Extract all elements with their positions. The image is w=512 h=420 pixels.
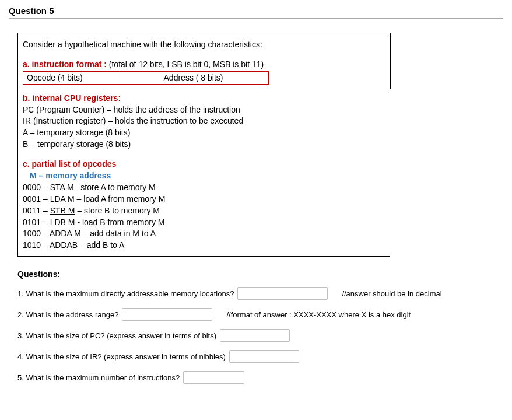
reg-line: IR (Instruction register) – holds the in…: [23, 116, 385, 127]
section-b-heading: b. internal CPU registers:: [23, 93, 385, 104]
questions-block: Questions: 1. What is the maximum direct…: [17, 270, 503, 384]
reg-line: B – temporary storage (8 bits): [23, 139, 385, 150]
question-4: 4. What is the size of IR? (express answ…: [17, 350, 503, 363]
section-a-desc: (total of 12 bits, LSB is bit 0, MSB is …: [109, 60, 264, 69]
question-2: 2. What is the address range? //format o…: [17, 308, 503, 321]
question-5: 5. What is the maximum number of instruc…: [17, 371, 503, 384]
address-cell: Address ( 8 bits): [118, 72, 268, 84]
q3-text: 3. What is the size of PC? (express answ…: [17, 331, 216, 340]
q1-text: 1. What is the maximum directly addressa…: [17, 289, 234, 298]
opcode-line: 0101 – LDB M - load B from memory M: [23, 217, 385, 228]
colon: :: [101, 60, 108, 69]
intro-text: Consider a hypothetical machine with the…: [23, 39, 385, 50]
q1-hint: //answer should be in decimal: [342, 289, 441, 298]
question-1: 1. What is the maximum directly addressa…: [17, 287, 503, 300]
question-3: 3. What is the size of PC? (express answ…: [17, 329, 503, 342]
question-number: Question 5: [9, 6, 503, 16]
instruction-format-table: Opcode (4 bits) Address ( 8 bits): [23, 71, 269, 85]
q1-input[interactable]: [237, 287, 328, 300]
q4-input[interactable]: [229, 350, 299, 363]
reg-line: A – temporary storage (8 bits): [23, 127, 385, 138]
spec-box: Consider a hypothetical machine with the…: [17, 33, 391, 257]
opcode-line: 0000 – STA M– store A to memory M: [23, 182, 385, 193]
opcode-line: 0011 – STB M – store B to memory M: [23, 205, 385, 216]
q5-text: 5. What is the maximum number of instruc…: [17, 373, 180, 382]
q5-input[interactable]: [183, 371, 244, 384]
m-memory-line: M – memory address: [30, 170, 385, 181]
opcode-line: 0001 – LDA M – load A from memory M: [23, 194, 385, 205]
reg-line: PC (Program Counter) – holds the address…: [23, 104, 385, 116]
opcode-line: 1000 – ADDA M – add data in M to A: [23, 228, 385, 239]
q2-text: 2. What is the address range?: [17, 310, 118, 319]
section-a-label: a. instruction: [23, 60, 76, 69]
divider: [9, 18, 503, 19]
opcode-cell: Opcode (4 bits): [23, 72, 118, 84]
q2-hint: //format of answer : XXXX-XXXX where X i…: [226, 310, 411, 319]
q4-text: 4. What is the size of IR? (express answ…: [17, 352, 226, 361]
format-word: format: [76, 60, 102, 69]
opcode-line: 1010 – ADDAB – add B to A: [23, 240, 385, 251]
q2-input[interactable]: [122, 308, 212, 321]
q3-input[interactable]: [220, 329, 290, 342]
section-a-heading: a. instruction format : (total of 12 bit…: [23, 59, 385, 70]
section-c-heading: c. partial list of opcodes: [23, 159, 385, 170]
questions-title: Questions:: [17, 270, 503, 279]
